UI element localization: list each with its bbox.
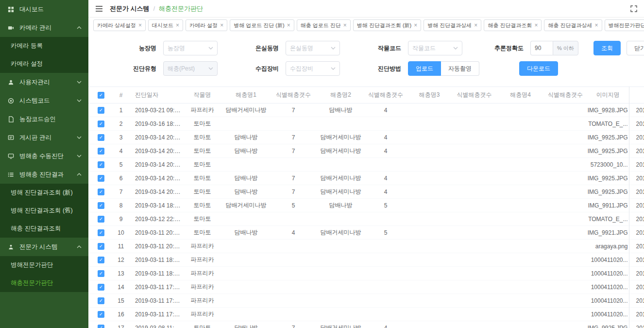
row-checkbox[interactable]: ✓ — [98, 121, 104, 127]
table-row[interactable]: ✓132019-03-11 18:22:03파프리카1000411020...2… — [88, 267, 644, 280]
board-icon — [8, 135, 19, 141]
table-cell — [497, 117, 543, 131]
row-checkbox[interactable]: ✓ — [98, 107, 104, 114]
tab[interactable]: 병해 진단결과조회 (新)× — [353, 19, 421, 31]
row-checkbox[interactable]: ✓ — [98, 216, 104, 223]
gear-icon — [8, 98, 19, 104]
tab[interactable]: 해충 진단결과조회× — [484, 19, 542, 31]
tab[interactable]: 대시보드× — [148, 19, 183, 31]
tab-label: 병해전문가판단 — [609, 22, 644, 29]
table-cell — [543, 267, 587, 280]
tab[interactable]: 병해 업로드 진단 (新)× — [230, 19, 294, 31]
sidebar-subitem[interactable]: 해충 진단결과조회 — [0, 220, 88, 238]
table-cell: 4 — [269, 226, 318, 240]
accuracy-input[interactable] — [530, 41, 553, 55]
table-cell: 2019 — [629, 267, 644, 280]
table-row[interactable]: ✓52019-03-14 20:38:56토마토5723000_10...201… — [88, 158, 644, 172]
table-cell — [407, 253, 451, 267]
close-icon[interactable]: × — [287, 22, 290, 29]
table-row[interactable]: ✓12019-03-21 09:22:00파프리카담배거세미나방7담배나방4IM… — [88, 104, 644, 117]
tab[interactable]: 카메라 설정× — [186, 19, 227, 31]
close-icon[interactable]: × — [138, 22, 142, 29]
table-cell — [451, 267, 497, 280]
sidebar-subitem[interactable]: 병해전문가판단 — [0, 256, 88, 274]
row-checkbox[interactable]: ✓ — [98, 175, 104, 182]
table-row[interactable]: ✓112019-03-11 20:02:41파프리카aragaya.png201… — [88, 240, 644, 253]
row-checkbox[interactable]: ✓ — [98, 229, 104, 236]
sidebar-subitem[interactable]: 병해 진단결과조회 (舊) — [0, 202, 88, 220]
table-cell: aragaya.png — [587, 240, 629, 253]
table-cell: 2019-03-21 09:22:00 — [128, 104, 182, 117]
tab[interactable]: 병해전문가판단× — [605, 19, 644, 31]
method-upload-button[interactable]: 업로드 — [408, 61, 441, 76]
table-row[interactable]: ✓82019-03-14 18:25:32토마토담배거세미나방5담배나방5IMG… — [88, 199, 644, 212]
close-icon[interactable]: × — [474, 22, 477, 29]
sidebar-item[interactable]: 카메라 관리 — [0, 18, 88, 37]
crop-code-select[interactable]: 작물코드 — [408, 41, 462, 55]
row-checkbox[interactable]: ✓ — [98, 284, 104, 291]
tab[interactable]: 카메라 상세설정× — [93, 19, 146, 31]
device-select[interactable]: 수집장비 — [286, 61, 340, 76]
table-row[interactable]: ✓42019-03-14 20:58:46토마토담배나방7담배거세미나방4IMG… — [88, 144, 644, 158]
sidebar-subitem[interactable]: 병해 진단결과조회 (新) — [0, 184, 88, 202]
tab[interactable]: 병해 진단결과상세× — [424, 19, 481, 31]
menu-toggle-icon[interactable] — [95, 5, 103, 12]
tab-label: 대시보드 — [152, 22, 173, 29]
farm-select[interactable]: 농장명 — [163, 41, 218, 55]
sidebar-item[interactable]: 병해충 수동진단 — [0, 147, 88, 165]
close-icon[interactable]: × — [595, 22, 598, 29]
row-checkbox[interactable]: ✓ — [98, 134, 104, 141]
download-button[interactable]: 다운로드 — [519, 61, 558, 76]
row-checkbox[interactable]: ✓ — [98, 297, 104, 304]
close-icon[interactable]: × — [414, 22, 417, 29]
table-row[interactable]: ✓62019-03-14 20:31:03토마토담배나방7담배거세미나방4IMG… — [88, 172, 644, 185]
select-all-checkbox[interactable]: ✓ — [98, 92, 104, 99]
close-icon[interactable]: × — [534, 22, 538, 29]
table-row[interactable]: ✓122019-03-11 18:22:20파프리카1000411020...2… — [88, 253, 644, 267]
search-button[interactable]: 조회 — [593, 41, 621, 55]
row-checkbox[interactable]: ✓ — [98, 202, 104, 209]
table-row[interactable]: ✓92019-03-12 22:34:44토마토TOMATO_E_...2019 — [88, 212, 644, 226]
sidebar-subitem[interactable]: 카메라 설정 — [0, 55, 88, 73]
close-icon[interactable]: × — [220, 22, 223, 29]
table-cell — [497, 280, 543, 294]
table-row[interactable]: ✓172019-03-08 11:17:59토마토담배나방7담배거세미나방4IM… — [88, 321, 644, 328]
close-icon[interactable]: × — [176, 22, 179, 29]
table-row[interactable]: ✓22019-03-16 18:24:43토마토TOMATO_E_...2019 — [88, 117, 644, 131]
table-cell: 담배나방 — [223, 131, 269, 144]
sidebar-item[interactable]: 전문가 시스템 — [0, 238, 88, 256]
row-checkbox[interactable]: ✓ — [98, 325, 104, 328]
table-cell: 1000411020... — [587, 267, 629, 280]
table-row[interactable]: ✓32019-03-14 20:59:38토마토담배나방7담배거세미나방4IMG… — [88, 131, 644, 144]
greenhouse-select[interactable]: 온실동명 — [286, 41, 340, 55]
table-cell — [497, 294, 543, 308]
sidebar-subitem[interactable]: 해충전문가판단 — [0, 274, 88, 292]
sidebar-item[interactable]: 농장코드승인 — [0, 110, 88, 128]
sidebar-item[interactable]: 병해충 진단결과 — [0, 165, 88, 184]
tab[interactable]: 해충 업로드 진단× — [297, 19, 351, 31]
sidebar-item[interactable]: 대시보드 — [0, 0, 88, 18]
main-area: 전문가 시스템 / 해충전문가판단 카메라 상세설정×대시보드×카메라 설정×병… — [88, 0, 644, 328]
table-row[interactable]: ✓142019-03-11 17:46:58파프리카1000411020...2… — [88, 280, 644, 294]
close-button[interactable]: 닫기 — [627, 41, 644, 55]
row-checkbox[interactable]: ✓ — [98, 257, 104, 263]
sidebar-item[interactable]: 게시판 관리 — [0, 128, 88, 147]
diag-type-select[interactable]: 해충(Pest) — [163, 61, 218, 76]
row-checkbox[interactable]: ✓ — [98, 311, 104, 318]
sidebar-item[interactable]: 사용자관리 — [0, 73, 88, 91]
table-row[interactable]: ✓102019-03-11 20:04:40토마토담배나방4담배거세미나방5IM… — [88, 226, 644, 240]
table-row[interactable]: ✓72019-03-14 20:13:53토마토담배나방7담배거세미나방4IMG… — [88, 185, 644, 199]
method-autocapture-button[interactable]: 자동촬영 — [441, 61, 479, 76]
table-row[interactable]: ✓152019-03-11 17:44:33파프리카1000411020...2… — [88, 294, 644, 308]
tab[interactable]: 해충 진단결과상세× — [544, 19, 602, 31]
table-row[interactable]: ✓162019-03-11 17:43:34파프리카1000411020...2… — [88, 308, 644, 321]
row-checkbox[interactable]: ✓ — [98, 243, 104, 250]
row-checkbox[interactable]: ✓ — [98, 161, 104, 168]
sidebar-item[interactable]: 시스템코드 — [0, 91, 88, 110]
close-icon[interactable]: × — [343, 22, 347, 29]
row-checkbox[interactable]: ✓ — [98, 189, 104, 195]
fullscreen-icon[interactable] — [630, 5, 637, 12]
sidebar-subitem[interactable]: 카메라 등록 — [0, 37, 88, 55]
row-checkbox[interactable]: ✓ — [98, 148, 104, 155]
row-checkbox[interactable]: ✓ — [98, 270, 104, 277]
